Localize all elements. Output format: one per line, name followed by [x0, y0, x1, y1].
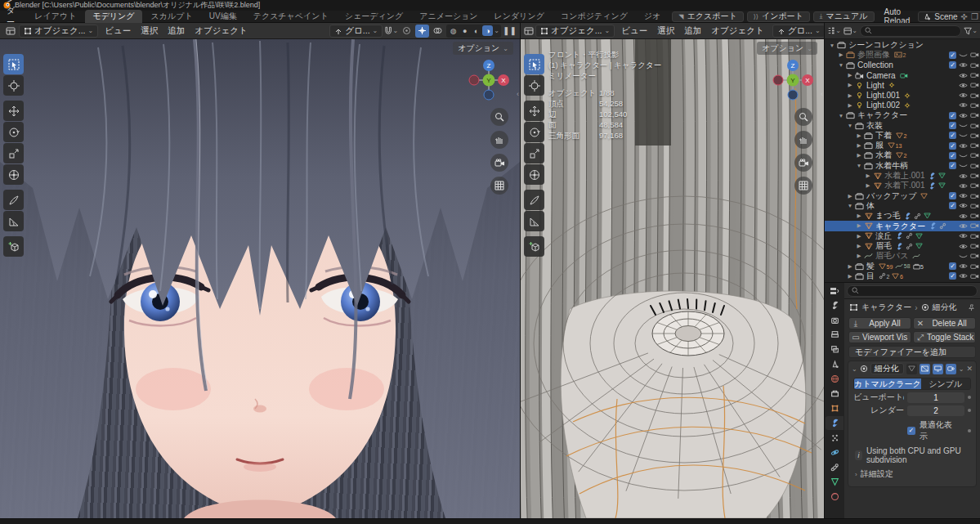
pause-icon[interactable]: ❚❚: [503, 25, 517, 38]
outliner-row[interactable]: ▶Light.001: [825, 90, 980, 100]
インポート-button[interactable]: ⟩⟩インポート: [747, 11, 810, 22]
collapse-arrow-icon[interactable]: ▼: [837, 62, 845, 68]
editor-type-icon[interactable]: [3, 25, 17, 38]
workspace-tab[interactable]: レイアウト: [27, 10, 83, 24]
expand-arrow-icon[interactable]: ▶: [855, 222, 863, 229]
workspace-tab[interactable]: ジオ: [637, 10, 668, 24]
navigation-gizmo[interactable]: ZXY: [466, 57, 512, 103]
tool-add-cube[interactable]: [3, 236, 24, 257]
eye-open-icon[interactable]: [959, 243, 968, 250]
properties-tab-collection[interactable]: [826, 387, 844, 401]
expand-arrow-icon[interactable]: ▶: [864, 172, 872, 179]
camera-visibility-icon[interactable]: [970, 92, 979, 99]
collapse-arrow-icon[interactable]: ▼: [846, 203, 854, 208]
outliner-row[interactable]: ▶下着2✓: [825, 131, 980, 141]
checkbox-icon[interactable]: ✓: [949, 52, 956, 59]
eye-open-icon[interactable]: [959, 101, 968, 109]
tool-measure[interactable]: [524, 211, 544, 231]
on-cage-toggle[interactable]: [906, 364, 917, 374]
tool-transform[interactable]: [3, 164, 24, 185]
camera-visibility-icon[interactable]: [970, 163, 979, 169]
transform-orientation[interactable]: グロ... ⌄: [772, 25, 824, 38]
viewport-menu-追加[interactable]: 追加: [163, 25, 190, 37]
close-icon[interactable]: ✕: [966, 365, 973, 373]
expand-arrow-icon[interactable]: ▶: [846, 193, 854, 199]
proportional-edit-icon[interactable]: [400, 25, 414, 38]
camera-visibility-icon[interactable]: [970, 152, 979, 159]
copy-icon[interactable]: ❐: [971, 12, 978, 21]
expand-arrow-icon[interactable]: ▶: [864, 182, 872, 189]
eye-closed-icon[interactable]: [959, 52, 968, 59]
properties-search-input[interactable]: [847, 285, 978, 297]
properties-tab-material[interactable]: [826, 490, 844, 504]
expand-arrow-icon[interactable]: ▶: [846, 92, 854, 99]
camera-visibility-icon[interactable]: [970, 172, 979, 179]
eye-open-icon[interactable]: [959, 172, 968, 180]
viewport-menu-選択[interactable]: 選択: [136, 25, 163, 37]
expand-arrow-icon[interactable]: ▶: [846, 82, 854, 88]
checkbox-icon[interactable]: ✓: [949, 192, 956, 199]
tool-cursor[interactable]: [524, 75, 544, 96]
tool-select-box[interactable]: [524, 54, 544, 74]
camera-visibility-icon[interactable]: [970, 62, 979, 69]
expand-arrow-icon[interactable]: ▶: [846, 263, 854, 270]
expand-arrow-icon[interactable]: ▶: [855, 253, 863, 259]
workspace-tab[interactable]: スカルプト: [144, 10, 200, 24]
outliner-row[interactable]: ▶参照画像2✓: [825, 50, 980, 60]
pan-icon[interactable]: [490, 131, 508, 149]
render-toggle[interactable]: [946, 364, 956, 374]
pin-icon[interactable]: [968, 304, 975, 311]
outliner-row[interactable]: ▶眉毛: [825, 241, 980, 251]
shading-material-icon[interactable]: ◐: [471, 25, 481, 36]
eye-closed-icon[interactable]: [959, 162, 968, 169]
eye-open-icon[interactable]: [959, 182, 968, 190]
checkbox-icon[interactable]: ✓: [949, 112, 956, 119]
properties-tab-data[interactable]: [826, 475, 844, 489]
mode-selector[interactable]: オブジェク... ⌄: [535, 25, 615, 38]
collapse-arrow-icon[interactable]: ▼: [828, 43, 836, 48]
eye-open-icon[interactable]: [959, 92, 968, 99]
eye-open-icon[interactable]: [959, 213, 968, 220]
viewport-menu-オブジェクト[interactable]: オブジェクト: [706, 25, 768, 37]
properties-tab-object[interactable]: [826, 401, 844, 415]
tool-annotate[interactable]: [524, 190, 544, 210]
animate-dot[interactable]: [968, 409, 971, 412]
outliner-row[interactable]: ▼Collection✓: [825, 60, 980, 70]
viewport-vis-button[interactable]: ▭Viewport Vis: [848, 331, 911, 343]
expand-arrow-icon[interactable]: ▶: [837, 52, 845, 58]
viewport-menu-ビュー[interactable]: ビュー: [616, 25, 652, 37]
camera-visibility-icon[interactable]: [970, 253, 979, 259]
zoom-icon[interactable]: [794, 108, 812, 126]
camera-visibility-icon[interactable]: [970, 193, 979, 199]
workspace-tab[interactable]: レンダリング: [487, 10, 552, 24]
options-dropdown[interactable]: オプション⌄: [453, 42, 513, 55]
tool-cursor[interactable]: [3, 75, 24, 96]
camera-visibility-icon[interactable]: [970, 102, 979, 109]
sidebar-collapse-icon[interactable]: ‹: [517, 90, 519, 98]
shading-wireframe-icon[interactable]: ◍: [448, 25, 459, 36]
camera-visibility-icon[interactable]: [970, 132, 979, 139]
algorithm-tab-inactive[interactable]: シンプル: [921, 378, 970, 389]
toggle-stack-button[interactable]: ⤢Toggle Stack: [913, 331, 976, 343]
outliner-search-input[interactable]: [860, 25, 961, 37]
checkbox-icon[interactable]: ✓: [949, 272, 956, 280]
outliner-row[interactable]: ▶Light: [825, 80, 980, 90]
scene-selector[interactable]: Scene ✜ ❐ ✕: [918, 11, 980, 22]
overlays-toggle-icon[interactable]: [431, 25, 445, 38]
properties-tab-view-layer[interactable]: [826, 343, 844, 356]
outliner-row[interactable]: ▶目26✓: [825, 271, 980, 281]
エクスポート-button[interactable]: ◥エクスポート: [672, 11, 743, 22]
tool-annotate[interactable]: [3, 190, 24, 210]
ortho-grid-icon[interactable]: [794, 177, 812, 195]
eye-closed-icon[interactable]: [959, 122, 968, 129]
ortho-grid-icon[interactable]: [490, 177, 508, 195]
shading-solid-icon[interactable]: ●: [459, 25, 470, 36]
properties-editor-type-icon[interactable]: [828, 284, 842, 298]
pan-icon[interactable]: [794, 131, 812, 149]
properties-tab-render[interactable]: [826, 313, 844, 327]
zoom-icon[interactable]: [490, 108, 508, 126]
checkbox-icon[interactable]: ✓: [949, 132, 956, 139]
tool-select-box[interactable]: [3, 54, 24, 74]
expand-arrow-icon[interactable]: ▶: [855, 233, 863, 240]
checkbox-icon[interactable]: ✓: [949, 262, 956, 270]
